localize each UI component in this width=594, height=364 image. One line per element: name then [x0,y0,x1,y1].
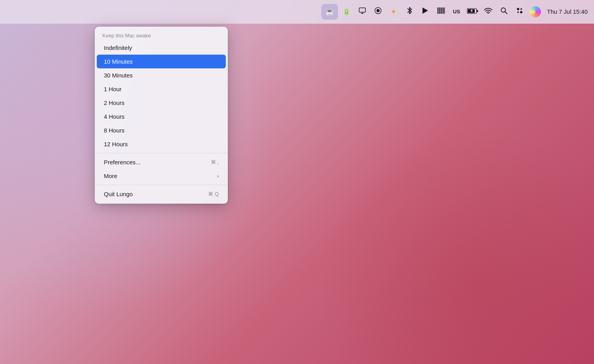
svg-rect-7 [439,7,440,14]
svg-point-22 [520,8,522,10]
us-flag-menubar-icon[interactable]: US [450,4,464,20]
menu-item-preferences[interactable]: Preferences... ⌘ , [97,155,226,169]
airplay-menubar-icon[interactable] [355,4,369,20]
menu-item-more[interactable]: More › [97,169,226,183]
svg-point-21 [517,11,519,13]
bluetooth-icon [407,7,412,17]
battery-icon [467,7,478,16]
play-menubar-icon[interactable] [418,4,432,20]
preferences-shortcut: ⌘ , [211,159,219,165]
battery-menubar-icon[interactable] [465,4,480,20]
screenrecord-icon [374,7,382,17]
svg-rect-8 [441,7,441,14]
search-icon [500,7,507,16]
dropzone-icon: ✦ [391,7,397,16]
quit-shortcut: ⌘ Q [208,191,219,197]
svg-rect-10 [443,7,443,14]
dropzone-menubar-icon[interactable]: ✦ [387,4,401,20]
wallpaper [0,0,594,364]
menubar: ☕ 🔋 ✦ [0,0,594,24]
screenrecord-menubar-icon[interactable] [371,4,385,20]
menu-item-label: 2 Hours [104,99,125,106]
svg-rect-9 [441,7,442,14]
siri-icon [530,6,541,17]
menu-item-label: 30 Minutes [104,72,133,79]
lungo-menubar-icon[interactable]: ☕ [321,4,338,20]
menu-item-2-hours[interactable]: 2 Hours [97,96,226,110]
chevron-right-icon: › [217,173,219,179]
menu-item-label: 4 Hours [104,113,125,120]
quit-label: Quit Lungo [104,191,133,197]
svg-point-17 [501,8,505,12]
menubar-icons: ☕ 🔋 ✦ [321,4,588,20]
menu-separator-1 [95,153,227,153]
menu-item-1-hour[interactable]: 1 Hour [97,82,226,96]
svg-line-18 [505,12,507,14]
barcode-menubar-icon[interactable] [434,4,448,20]
menu-separator-2 [95,185,227,185]
menu-item-label: Indefinitely [104,44,132,51]
svg-rect-12 [445,7,445,14]
battery-bolt-icon: 🔋 [343,8,350,15]
preferences-label: Preferences... [104,159,140,165]
siri-menubar-icon[interactable] [528,4,542,20]
wifi-icon [484,7,493,16]
svg-rect-11 [443,7,444,14]
svg-point-20 [520,11,522,13]
spotlight-menubar-icon[interactable] [497,4,511,20]
svg-rect-14 [477,10,478,12]
bluetooth-menubar-icon[interactable] [402,4,417,20]
svg-rect-5 [437,7,438,14]
menu-item-label: 1 Hour [104,86,122,92]
wifi-menubar-icon[interactable] [481,4,495,20]
menu-item-30-minutes[interactable]: 30 Minutes [97,68,226,82]
menu-item-indefinitely[interactable]: Indefinitely [97,41,226,55]
more-label: More [104,173,117,179]
menu-item-label: 10 Minutes [104,58,133,65]
menu-item-12-hours[interactable]: 12 Hours [97,137,226,151]
svg-rect-0 [359,8,365,12]
svg-point-16 [487,13,489,14]
menu-item-10-minutes[interactable]: 10 Minutes [97,55,226,68]
barcode-icon [437,7,445,16]
us-label: US [453,9,460,15]
svg-marker-1 [361,13,364,14]
lungo-dropdown-menu: Keep this Mac awake Indefinitely 10 Minu… [95,27,228,204]
play-icon [422,7,428,16]
svg-point-19 [517,8,519,10]
menu-item-4-hours[interactable]: 4 Hours [97,110,226,123]
controlcenter-icon [516,7,524,17]
battery-bolt-menubar-icon[interactable]: 🔋 [339,4,354,20]
controlcenter-menubar-icon[interactable] [513,4,527,20]
svg-marker-4 [422,7,428,14]
coffee-icon: ☕ [325,7,334,16]
menu-item-8-hours[interactable]: 8 Hours [97,123,226,137]
menubar-datetime[interactable]: Thu 7 Jul 15:40 [547,8,588,15]
menu-item-label: 12 Hours [104,141,128,147]
svg-rect-6 [439,7,439,14]
menu-item-quit[interactable]: Quit Lungo ⌘ Q [97,187,226,201]
svg-point-3 [376,9,380,12]
airplay-icon [359,7,366,16]
menu-item-label: 8 Hours [104,127,125,134]
menu-header: Keep this Mac awake [95,29,227,41]
